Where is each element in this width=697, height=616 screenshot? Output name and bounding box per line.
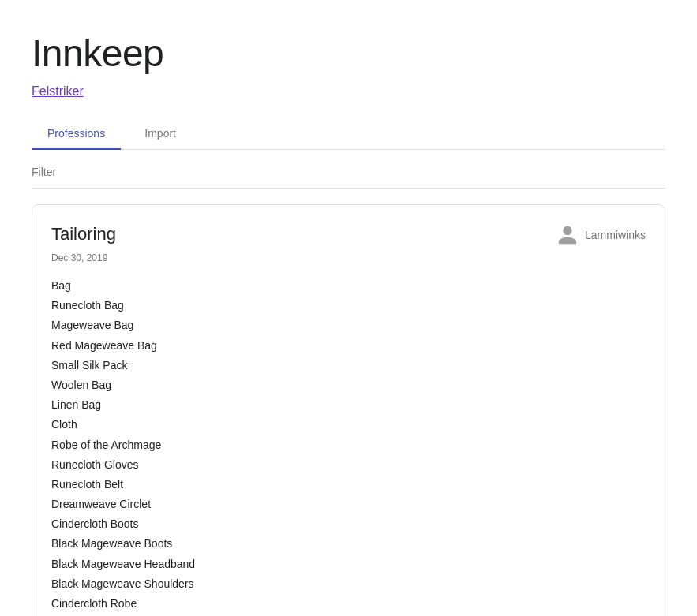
list-item: Runecloth Bag — [51, 296, 646, 315]
realm-link[interactable]: Felstriker — [32, 84, 84, 99]
list-item: Black Mageweave Shoulders — [51, 574, 646, 594]
list-item: Red Mageweave Bag — [51, 336, 646, 356]
card-date: Dec 30, 2019 — [51, 252, 646, 263]
avatar-icon — [556, 224, 579, 246]
list-item: Small Silk Pack — [51, 356, 646, 375]
filter-container — [32, 150, 665, 189]
items-list: BagRunecloth BagMageweave BagRed Magewea… — [51, 276, 646, 616]
tab-import[interactable]: Import — [121, 118, 200, 149]
list-item: Dreamweave Circlet — [51, 495, 646, 514]
list-item: Linen Bag — [51, 395, 646, 415]
list-item: Bag — [51, 276, 646, 296]
list-item: Robe of the Archmage — [51, 435, 646, 455]
user-info: Lammiwinks — [556, 224, 646, 246]
app-title: Innkeep — [32, 32, 665, 75]
list-item: Cindercloth Boots — [51, 514, 646, 534]
tabs-nav: Professions Import — [32, 118, 665, 150]
tailoring-card: Tailoring Lammiwinks Dec 30, 2019 BagRun… — [32, 204, 665, 616]
list-item: Runecloth Belt — [51, 475, 646, 495]
list-item: Runecloth Gloves — [51, 455, 646, 475]
card-header: Tailoring Lammiwinks — [51, 224, 646, 246]
list-item: Black Mageweave Boots — [51, 534, 646, 554]
list-item: Cindercloth Robe — [51, 594, 646, 614]
list-item: Woolen Bag — [51, 375, 646, 395]
list-item: Mageweave Bag — [51, 315, 646, 335]
tab-professions[interactable]: Professions — [32, 118, 121, 149]
card-title: Tailoring — [51, 224, 116, 245]
filter-input[interactable] — [32, 162, 665, 181]
card-username: Lammiwinks — [585, 229, 646, 241]
list-item: Cloth — [51, 415, 646, 435]
list-item: Black Mageweave Headband — [51, 554, 646, 574]
